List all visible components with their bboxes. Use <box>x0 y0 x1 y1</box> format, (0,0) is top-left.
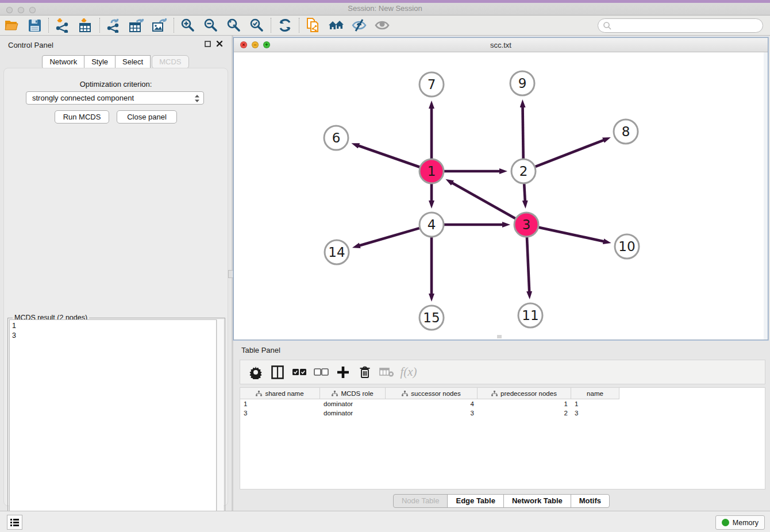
cell-name[interactable]: 1 <box>571 400 619 407</box>
close-panel-icon[interactable] <box>216 40 223 47</box>
import-network-icon[interactable] <box>51 17 74 34</box>
cell-mcds-role[interactable]: dominator <box>320 400 386 407</box>
delete-table-icon <box>376 363 398 382</box>
status-bar: Memory <box>0 511 770 532</box>
select-all-rows-icon[interactable] <box>288 363 310 382</box>
node-label-6: 6 <box>332 130 341 145</box>
column-header-name[interactable]: name <box>571 388 619 399</box>
column-type-icon <box>256 391 262 396</box>
edge-3-1[interactable] <box>452 183 515 218</box>
mcds-panel-body: Optimization criterion: strongly connect… <box>3 68 228 506</box>
cell-successor-nodes[interactable]: 3 <box>386 410 478 417</box>
open-session-icon[interactable] <box>0 17 23 34</box>
criterion-select[interactable]: strongly connected component <box>26 91 204 105</box>
mcds-result-group: MCDS result (2 nodes) 1 3 <box>7 318 225 532</box>
add-column-icon[interactable] <box>332 363 354 382</box>
column-header-shared-name[interactable]: shared name <box>240 388 320 399</box>
mcds-result-text[interactable]: 1 3 <box>9 319 217 532</box>
node-label-4: 4 <box>428 217 436 232</box>
tab-node-table[interactable]: Node Table <box>393 494 448 508</box>
tab-select[interactable]: Select <box>115 55 151 69</box>
export-image-icon[interactable] <box>148 17 171 34</box>
node-label-15: 15 <box>423 310 440 325</box>
node-table[interactable]: shared name MCDS role successor nodes pr… <box>240 387 765 489</box>
node-label-3: 3 <box>522 217 531 232</box>
edge-3-11[interactable] <box>527 237 529 292</box>
table-header-row: shared name MCDS role successor nodes pr… <box>240 388 765 399</box>
apply-layout-icon[interactable] <box>274 17 297 34</box>
tab-network-table[interactable]: Network Table <box>503 494 571 508</box>
import-table-icon[interactable] <box>74 17 97 34</box>
table-panel: Table Panel f(x) share <box>233 342 770 509</box>
hide-graphics-details-icon[interactable] <box>348 17 371 34</box>
cybrowser-home-icon[interactable] <box>325 17 348 34</box>
edge-3-10[interactable] <box>538 228 603 242</box>
tab-mcds[interactable]: MCDS <box>152 55 188 69</box>
export-table-icon[interactable] <box>125 17 148 34</box>
cell-predecessor-nodes[interactable]: 1 <box>478 400 571 407</box>
table-panel-title: Table Panel <box>241 346 280 354</box>
column-settings-icon[interactable] <box>245 363 267 382</box>
edge-1-6[interactable] <box>359 146 420 167</box>
table-row[interactable]: 1 dominator 4 1 1 <box>240 399 765 408</box>
node-label-7: 7 <box>428 77 436 92</box>
window-accent-strip <box>0 0 770 3</box>
toolbar-separator <box>299 18 299 33</box>
save-session-icon[interactable] <box>23 17 46 34</box>
optimization-criterion-label: Optimization criterion: <box>4 80 228 88</box>
tab-network[interactable]: Network <box>42 55 84 69</box>
cell-predecessor-nodes[interactable]: 2 <box>478 410 571 417</box>
node-label-2: 2 <box>519 164 528 179</box>
column-header-predecessor-nodes[interactable]: predecessor nodes <box>478 388 571 399</box>
memory-status-icon <box>722 519 729 526</box>
edge-2-9[interactable] <box>523 107 523 159</box>
run-mcds-button[interactable]: Run MCDS <box>55 110 109 124</box>
memory-label: Memory <box>733 519 759 527</box>
cell-name[interactable]: 3 <box>571 410 619 417</box>
delete-column-icon[interactable] <box>354 363 376 382</box>
column-view-icon[interactable] <box>267 363 288 382</box>
tab-motifs[interactable]: Motifs <box>571 494 610 508</box>
memory-button[interactable]: Memory <box>715 515 765 530</box>
cell-mcds-role[interactable]: dominator <box>320 410 386 417</box>
task-history-button[interactable] <box>7 515 22 530</box>
result-scrollbar[interactable] <box>217 319 224 532</box>
zoom-fit-icon[interactable] <box>222 17 245 34</box>
search-icon <box>603 21 612 30</box>
zoom-out-icon[interactable] <box>199 17 222 34</box>
network-window-titlebar[interactable]: × − + scc.txt <box>234 38 768 52</box>
tab-style[interactable]: Style <box>84 55 116 69</box>
cell-shared-name[interactable]: 3 <box>240 410 320 417</box>
close-panel-button[interactable]: Close panel <box>117 110 177 124</box>
cell-shared-name[interactable]: 1 <box>240 400 320 407</box>
column-header-successor-nodes[interactable]: successor nodes <box>386 388 478 399</box>
column-header-mcds-role[interactable]: MCDS role <box>320 388 386 399</box>
window-titlebar: Session: New Session <box>0 0 770 16</box>
network-canvas-svg[interactable]: 7968124314101511 <box>234 52 768 340</box>
network-resize-grip[interactable] <box>497 335 502 338</box>
search-input[interactable] <box>598 18 763 33</box>
session-title: Session: New Session <box>0 4 770 13</box>
edge-2-3[interactable] <box>524 184 525 201</box>
control-panel-title: Control Panel <box>8 41 53 49</box>
edge-2-8[interactable] <box>536 140 604 167</box>
toolbar-separator <box>174 18 174 33</box>
network-vertical-scrollbar[interactable] <box>764 52 768 340</box>
control-panel-header: Control Panel <box>0 36 232 54</box>
float-panel-icon[interactable] <box>205 41 211 47</box>
show-graphics-details-icon[interactable] <box>371 17 394 34</box>
table-row[interactable]: 3 dominator 3 2 3 <box>240 408 765 418</box>
toolbar-separator <box>99 18 100 33</box>
node-label-1: 1 <box>428 164 436 179</box>
export-network-icon[interactable] <box>102 17 125 34</box>
clone-network-icon[interactable] <box>302 17 325 34</box>
zoom-in-icon[interactable] <box>176 17 199 34</box>
deselect-all-rows-icon[interactable] <box>310 363 332 382</box>
edge-4-14[interactable] <box>359 228 419 245</box>
zoom-selected-icon[interactable] <box>245 17 268 34</box>
cell-successor-nodes[interactable]: 4 <box>386 400 478 407</box>
toolbar-separator <box>48 18 49 33</box>
control-panel: Control Panel Network Style Select MCDS … <box>0 36 232 511</box>
control-panel-tabs: Network Style Select MCDS <box>0 55 232 69</box>
tab-edge-table[interactable]: Edge Table <box>447 494 503 508</box>
